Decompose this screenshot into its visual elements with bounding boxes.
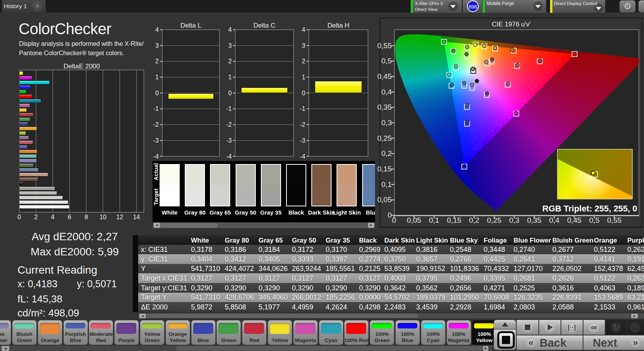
svg-text:RGB Triplet: 255, 255, 0: RGB Triplet: 255, 255, 0	[542, 204, 637, 213]
